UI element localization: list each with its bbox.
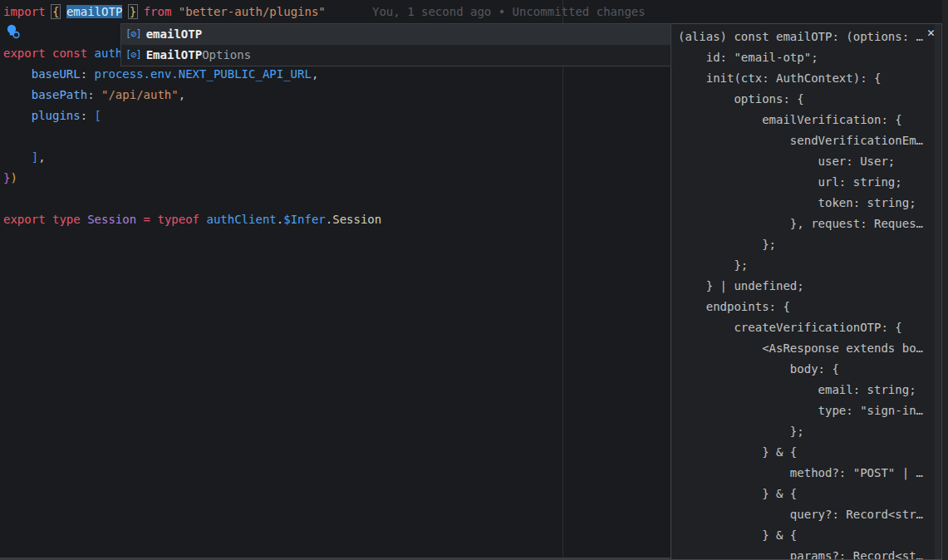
code-token: "better-auth/plugins": [179, 5, 326, 18]
code-token: authClient: [206, 213, 276, 226]
type-info-line: } | undefined;: [678, 276, 923, 297]
type-info-line: createVerificationOTP: {: [678, 317, 923, 338]
autocomplete-dropdown: [⊘]emailOTP[⊘]EmailOTPOptions: [120, 23, 671, 66]
hover-panel-scrollbar[interactable]: [935, 24, 941, 559]
code-token: [59, 5, 66, 18]
code-token: :: [81, 109, 95, 122]
lightbulb-icon: [5, 23, 23, 42]
editor-scrollbar[interactable]: [942, 0, 948, 560]
type-info-line: id: "email-otp";: [678, 47, 923, 68]
code-token: baseURL: [32, 67, 81, 81]
type-info-hover-panel: ✕ (alias) const emailOTP: (options: … id…: [670, 23, 942, 560]
type-info-line: endpoints: {: [678, 297, 923, 317]
type-info-line: body: {: [678, 359, 923, 380]
code-token: Session: [332, 213, 381, 226]
code-token: from: [136, 5, 179, 18]
type-info-line: query?: Record<str…: [678, 504, 923, 525]
type-info-line: init(ctx: AuthContext): {: [678, 68, 923, 89]
code-token: .: [326, 213, 332, 226]
editor-ruler-line: [562, 0, 563, 560]
code-token: ): [10, 171, 17, 184]
code-token: $Infer: [283, 213, 326, 226]
code-token: [3, 67, 32, 81]
code-token: basePath: [32, 88, 87, 101]
type-info-line: method?: "POST" | …: [678, 463, 923, 484]
type-info-line: sendVerificationEm…: [678, 130, 923, 151]
type-info-line: }, request: Reques…: [678, 214, 923, 234]
close-icon[interactable]: ✕: [927, 27, 935, 39]
code-token: [3, 150, 32, 164]
type-info-line: params?: Record<st…: [678, 546, 923, 560]
type-info-line: } & {: [678, 442, 923, 463]
type-info-line: };: [678, 255, 923, 276]
vscode-editor-window: import { emailOTP } from "better-auth/pl…: [0, 0, 948, 560]
type-info-line: };: [678, 234, 923, 255]
code-line[interactable]: export type Session = typeof authClient.…: [3, 209, 381, 230]
quick-fix-lightbulb-icon[interactable]: [5, 23, 23, 42]
type-info-line: options: {: [678, 89, 923, 110]
code-line[interactable]: [3, 126, 381, 147]
git-blame-annotation: You, 1 second ago • Uncommitted changes: [372, 2, 646, 22]
suggestion-match-text: EmailOTP: [146, 45, 202, 66]
code-token: :: [81, 67, 95, 81]
code-line[interactable]: ],: [3, 147, 381, 168]
code-token: .: [277, 213, 283, 226]
code-line[interactable]: [3, 189, 381, 209]
suggestion-match-text: emailOTP: [146, 24, 202, 45]
symbol-kind-icon: [⊘]: [125, 45, 141, 66]
type-info-line: (alias) const emailOTP: (options: …: [678, 27, 923, 47]
code-token: [: [95, 109, 101, 122]
code-line[interactable]: baseURL: process.env.NEXT_PUBLIC_API_URL…: [3, 64, 381, 85]
type-info-line: emailVerification: {: [678, 110, 923, 130]
code-token: ]: [32, 150, 38, 164]
code-token: ,: [179, 88, 185, 101]
suggestion-item[interactable]: [⊘]emailOTP: [121, 24, 670, 45]
code-token: ,: [38, 150, 45, 164]
code-token: Session: [87, 213, 136, 226]
code-line[interactable]: basePath: "/api/auth",: [3, 85, 381, 106]
type-info-line: user: User;: [678, 151, 923, 172]
code-token: plugins: [32, 109, 81, 122]
suggestion-rest-text: Options: [202, 45, 251, 66]
code-token: ,: [312, 67, 318, 81]
code-token: [3, 109, 32, 122]
type-info-line: <AsResponse extends bo…: [678, 338, 923, 359]
type-info-line: token: string;: [678, 193, 923, 214]
code-token: export const: [3, 47, 95, 60]
type-info-line: };: [678, 421, 923, 442]
symbol-kind-icon: [⊘]: [125, 24, 141, 45]
code-token: export type: [3, 213, 87, 226]
code-token: process.env.NEXT_PUBLIC_API_URL: [95, 67, 312, 81]
code-token: "/api/auth": [101, 88, 179, 101]
type-info-line: url: string;: [678, 172, 923, 193]
type-info-line: email: string;: [678, 380, 923, 400]
code-token: = typeof: [136, 213, 206, 226]
selected-token: emailOTP: [66, 5, 122, 18]
code-line[interactable]: plugins: [: [3, 106, 381, 126]
code-line[interactable]: import { emailOTP } from "better-auth/pl…: [3, 2, 381, 22]
type-info-line: type: "sign-in…: [678, 400, 923, 421]
type-signature-text: (alias) const emailOTP: (options: … id: …: [678, 27, 923, 560]
code-token: [3, 88, 32, 101]
suggestion-item[interactable]: [⊘]EmailOTPOptions: [121, 45, 670, 66]
type-info-line: } & {: [678, 525, 923, 546]
type-info-line: } & {: [678, 484, 923, 504]
code-token: :: [87, 88, 101, 101]
code-token: import: [3, 5, 52, 18]
code-line[interactable]: }): [3, 168, 381, 189]
code-token: auth: [95, 47, 123, 60]
